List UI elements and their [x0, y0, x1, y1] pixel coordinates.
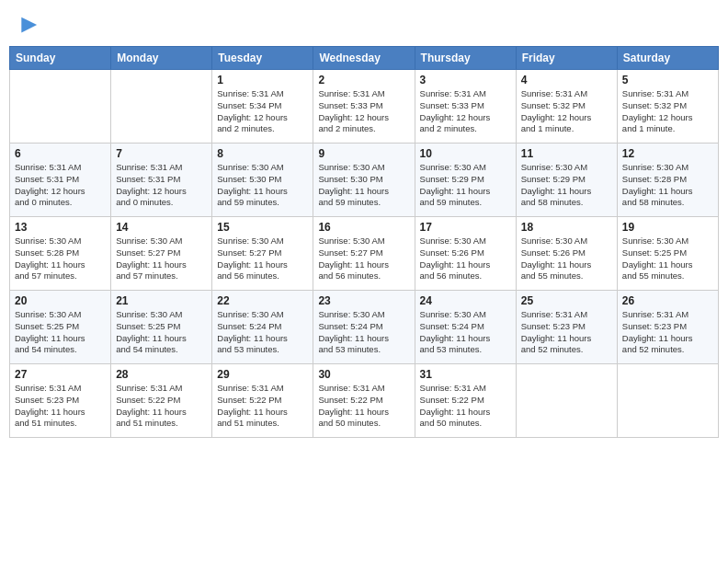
calendar-cell: 18Sunrise: 5:30 AM Sunset: 5:26 PM Dayli…: [516, 217, 617, 291]
calendar-cell: 7Sunrise: 5:31 AM Sunset: 5:31 PM Daylig…: [111, 144, 212, 217]
day-info: Sunrise: 5:31 AM Sunset: 5:23 PM Dayligh…: [521, 309, 612, 356]
calendar-cell: 5Sunrise: 5:31 AM Sunset: 5:32 PM Daylig…: [617, 70, 718, 144]
day-number: 11: [521, 147, 612, 160]
day-number: 26: [622, 294, 713, 307]
day-number: 30: [318, 368, 409, 381]
day-number: 17: [420, 221, 511, 234]
day-number: 10: [420, 147, 511, 160]
day-number: 12: [622, 147, 713, 160]
day-info: Sunrise: 5:31 AM Sunset: 5:34 PM Dayligh…: [217, 88, 308, 135]
day-number: 24: [420, 294, 511, 307]
day-number: 20: [15, 294, 106, 307]
day-info: Sunrise: 5:30 AM Sunset: 5:24 PM Dayligh…: [318, 309, 409, 356]
column-header-wednesday: Wednesday: [313, 47, 415, 70]
page-header: [9, 9, 719, 39]
calendar-header-row: SundayMondayTuesdayWednesdayThursdayFrid…: [10, 47, 719, 70]
calendar-cell: 27Sunrise: 5:31 AM Sunset: 5:23 PM Dayli…: [10, 364, 111, 438]
calendar-table: SundayMondayTuesdayWednesdayThursdayFrid…: [9, 46, 719, 438]
day-number: 5: [622, 74, 713, 86]
calendar-cell: 24Sunrise: 5:30 AM Sunset: 5:24 PM Dayli…: [415, 291, 516, 364]
day-info: Sunrise: 5:31 AM Sunset: 5:31 PM Dayligh…: [15, 162, 106, 209]
day-info: Sunrise: 5:30 AM Sunset: 5:27 PM Dayligh…: [116, 236, 207, 282]
day-info: Sunrise: 5:31 AM Sunset: 5:31 PM Dayligh…: [116, 162, 207, 209]
logo: [9, 13, 39, 39]
calendar-cell: 14Sunrise: 5:30 AM Sunset: 5:27 PM Dayli…: [111, 217, 212, 291]
calendar-cell: 23Sunrise: 5:30 AM Sunset: 5:24 PM Dayli…: [313, 291, 415, 364]
day-number: 22: [217, 294, 308, 307]
calendar-week-row: 27Sunrise: 5:31 AM Sunset: 5:23 PM Dayli…: [10, 364, 719, 438]
svg-marker-0: [21, 17, 37, 33]
calendar-cell: 19Sunrise: 5:30 AM Sunset: 5:25 PM Dayli…: [617, 217, 718, 291]
day-number: 8: [217, 147, 308, 160]
calendar-week-row: 20Sunrise: 5:30 AM Sunset: 5:25 PM Dayli…: [10, 291, 719, 364]
day-number: 19: [622, 221, 713, 234]
calendar-cell: 8Sunrise: 5:30 AM Sunset: 5:30 PM Daylig…: [212, 144, 313, 217]
calendar-cell: 1Sunrise: 5:31 AM Sunset: 5:34 PM Daylig…: [212, 70, 313, 144]
day-info: Sunrise: 5:31 AM Sunset: 5:23 PM Dayligh…: [622, 309, 713, 356]
day-info: Sunrise: 5:31 AM Sunset: 5:32 PM Dayligh…: [521, 88, 612, 135]
day-number: 21: [116, 294, 207, 307]
day-number: 7: [116, 147, 207, 160]
column-header-friday: Friday: [516, 47, 617, 70]
day-number: 4: [521, 74, 612, 86]
column-header-sunday: Sunday: [10, 47, 111, 70]
day-number: 29: [217, 368, 308, 381]
day-number: 27: [15, 368, 106, 381]
calendar-cell: 20Sunrise: 5:30 AM Sunset: 5:25 PM Dayli…: [10, 291, 111, 364]
calendar-cell: 13Sunrise: 5:30 AM Sunset: 5:28 PM Dayli…: [10, 217, 111, 291]
column-header-thursday: Thursday: [415, 47, 516, 70]
day-number: 15: [217, 221, 308, 234]
day-number: 14: [116, 221, 207, 234]
day-number: 31: [420, 368, 511, 381]
calendar-cell: 4Sunrise: 5:31 AM Sunset: 5:32 PM Daylig…: [516, 70, 617, 144]
day-info: Sunrise: 5:30 AM Sunset: 5:29 PM Dayligh…: [420, 162, 511, 209]
day-number: 2: [318, 74, 409, 86]
day-number: 16: [318, 221, 409, 234]
day-number: 18: [521, 221, 612, 234]
day-number: 9: [318, 147, 409, 160]
calendar-cell: 16Sunrise: 5:30 AM Sunset: 5:27 PM Dayli…: [313, 217, 415, 291]
calendar-cell: 30Sunrise: 5:31 AM Sunset: 5:22 PM Dayli…: [313, 364, 415, 438]
day-info: Sunrise: 5:30 AM Sunset: 5:25 PM Dayligh…: [15, 309, 106, 356]
logo-icon: [13, 13, 39, 39]
calendar-cell: 10Sunrise: 5:30 AM Sunset: 5:29 PM Dayli…: [415, 144, 516, 217]
day-info: Sunrise: 5:30 AM Sunset: 5:28 PM Dayligh…: [15, 236, 106, 282]
calendar-cell: 31Sunrise: 5:31 AM Sunset: 5:22 PM Dayli…: [415, 364, 516, 438]
calendar-week-row: 13Sunrise: 5:30 AM Sunset: 5:28 PM Dayli…: [10, 217, 719, 291]
column-header-monday: Monday: [111, 47, 212, 70]
day-info: Sunrise: 5:30 AM Sunset: 5:25 PM Dayligh…: [622, 236, 713, 282]
calendar-week-row: 6Sunrise: 5:31 AM Sunset: 5:31 PM Daylig…: [10, 144, 719, 217]
day-number: 23: [318, 294, 409, 307]
calendar-cell: 3Sunrise: 5:31 AM Sunset: 5:33 PM Daylig…: [415, 70, 516, 144]
calendar-cell: 9Sunrise: 5:30 AM Sunset: 5:30 PM Daylig…: [313, 144, 415, 217]
day-info: Sunrise: 5:30 AM Sunset: 5:27 PM Dayligh…: [217, 236, 308, 282]
calendar-cell: 6Sunrise: 5:31 AM Sunset: 5:31 PM Daylig…: [10, 144, 111, 217]
day-number: 3: [420, 74, 511, 86]
day-info: Sunrise: 5:30 AM Sunset: 5:27 PM Dayligh…: [318, 236, 409, 282]
calendar-cell: 2Sunrise: 5:31 AM Sunset: 5:33 PM Daylig…: [313, 70, 415, 144]
day-info: Sunrise: 5:31 AM Sunset: 5:33 PM Dayligh…: [420, 88, 511, 135]
calendar-cell: [617, 364, 718, 438]
calendar-cell: 26Sunrise: 5:31 AM Sunset: 5:23 PM Dayli…: [617, 291, 718, 364]
column-header-saturday: Saturday: [617, 47, 718, 70]
day-info: Sunrise: 5:31 AM Sunset: 5:22 PM Dayligh…: [318, 383, 409, 430]
day-info: Sunrise: 5:31 AM Sunset: 5:23 PM Dayligh…: [15, 383, 106, 430]
calendar-week-row: 1Sunrise: 5:31 AM Sunset: 5:34 PM Daylig…: [10, 70, 719, 144]
day-info: Sunrise: 5:30 AM Sunset: 5:24 PM Dayligh…: [420, 309, 511, 356]
calendar-cell: 22Sunrise: 5:30 AM Sunset: 5:24 PM Dayli…: [212, 291, 313, 364]
calendar-cell: 28Sunrise: 5:31 AM Sunset: 5:22 PM Dayli…: [111, 364, 212, 438]
day-info: Sunrise: 5:30 AM Sunset: 5:29 PM Dayligh…: [521, 162, 612, 209]
day-info: Sunrise: 5:30 AM Sunset: 5:26 PM Dayligh…: [521, 236, 612, 282]
day-number: 13: [15, 221, 106, 234]
day-info: Sunrise: 5:31 AM Sunset: 5:22 PM Dayligh…: [420, 383, 511, 430]
calendar-cell: 21Sunrise: 5:30 AM Sunset: 5:25 PM Dayli…: [111, 291, 212, 364]
calendar-cell: [10, 70, 111, 144]
calendar-cell: 15Sunrise: 5:30 AM Sunset: 5:27 PM Dayli…: [212, 217, 313, 291]
day-number: 25: [521, 294, 612, 307]
day-info: Sunrise: 5:30 AM Sunset: 5:30 PM Dayligh…: [217, 162, 308, 209]
day-info: Sunrise: 5:30 AM Sunset: 5:25 PM Dayligh…: [116, 309, 207, 356]
calendar-cell: 17Sunrise: 5:30 AM Sunset: 5:26 PM Dayli…: [415, 217, 516, 291]
day-info: Sunrise: 5:31 AM Sunset: 5:32 PM Dayligh…: [622, 88, 713, 135]
day-info: Sunrise: 5:30 AM Sunset: 5:24 PM Dayligh…: [217, 309, 308, 356]
column-header-tuesday: Tuesday: [212, 47, 313, 70]
